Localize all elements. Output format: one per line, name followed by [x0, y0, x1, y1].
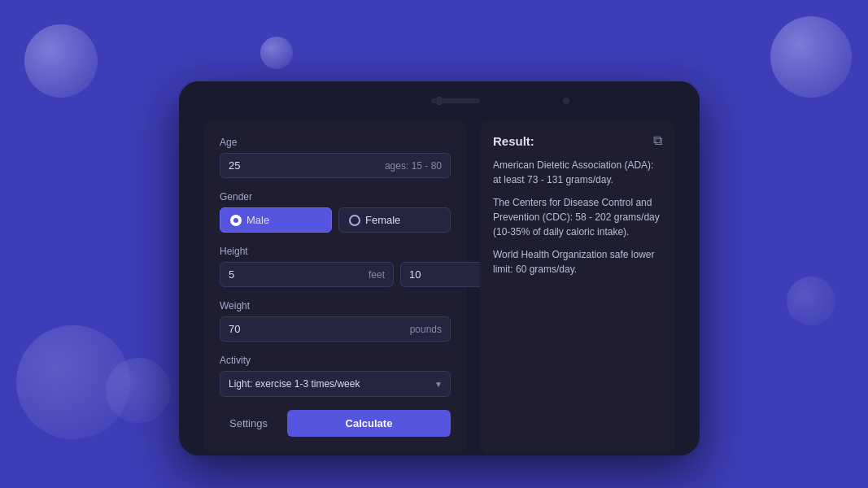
- bg-circle-3: [770, 16, 852, 98]
- bg-circle-6: [787, 277, 835, 325]
- male-radio-dot: [230, 215, 242, 226]
- bg-circle-2: [260, 37, 293, 69]
- gender-row: Male Female: [220, 207, 451, 233]
- height-row: feet inches: [220, 262, 451, 287]
- result-header: Result: ⧉: [493, 133, 662, 148]
- copy-icon[interactable]: ⧉: [653, 133, 662, 148]
- app-content: Age ages: 15 - 80 Gender Male Female: [203, 120, 675, 453]
- activity-select[interactable]: Sedentary: little or no exercise Light: …: [220, 371, 451, 397]
- bg-circle-5: [106, 358, 171, 423]
- calculate-button[interactable]: Calculate: [287, 410, 451, 437]
- age-hint: ages: 15 - 80: [385, 160, 442, 172]
- weight-input-wrapper: pounds: [220, 316, 451, 342]
- activity-label: Activity: [220, 355, 451, 366]
- gender-male-option[interactable]: Male: [220, 207, 332, 233]
- tablet-speaker: [431, 98, 480, 103]
- height-feet-wrapper: feet: [220, 262, 394, 287]
- weight-label: Weight: [220, 300, 451, 312]
- tablet-sensor: [563, 98, 569, 104]
- bg-circle-1: [24, 24, 98, 98]
- gender-group: Gender Male Female: [220, 191, 451, 233]
- activity-select-wrap: Sedentary: little or no exercise Light: …: [220, 371, 451, 397]
- height-feet-input[interactable]: [229, 268, 365, 281]
- age-input[interactable]: [229, 159, 382, 172]
- height-group: Height feet inches: [220, 246, 451, 287]
- result-line-1: American Dietetic Association (ADA): at …: [493, 158, 662, 187]
- feet-unit: feet: [369, 269, 385, 281]
- result-title: Result:: [493, 134, 534, 148]
- gender-male-label: Male: [246, 214, 269, 226]
- result-panel: Result: ⧉ American Dietetic Association …: [480, 120, 675, 453]
- age-input-wrapper: ages: 15 - 80: [220, 153, 451, 178]
- gender-female-option[interactable]: Female: [338, 207, 451, 233]
- settings-button[interactable]: Settings: [220, 411, 277, 436]
- button-row: Settings Calculate: [220, 410, 451, 437]
- result-line-3: World Health Organization safe lower lim…: [493, 247, 662, 277]
- weight-input[interactable]: [229, 323, 407, 335]
- age-group: Age ages: 15 - 80: [220, 137, 451, 178]
- activity-group: Activity Sedentary: little or no exercis…: [220, 355, 451, 397]
- age-label: Age: [220, 137, 451, 148]
- weight-group: Weight pounds: [220, 300, 451, 342]
- weight-unit: pounds: [410, 324, 442, 335]
- form-panel: Age ages: 15 - 80 Gender Male Female: [203, 120, 467, 453]
- female-radio-dot: [349, 215, 360, 226]
- gender-label: Gender: [220, 191, 451, 203]
- gender-female-label: Female: [365, 214, 400, 226]
- height-label: Height: [220, 246, 451, 257]
- result-line-2: The Centers for Disease Control and Prev…: [493, 195, 662, 239]
- result-text: American Dietetic Association (ADA): at …: [493, 158, 662, 277]
- tablet-top-bar: [179, 81, 700, 120]
- tablet-frame: Age ages: 15 - 80 Gender Male Female: [179, 81, 700, 455]
